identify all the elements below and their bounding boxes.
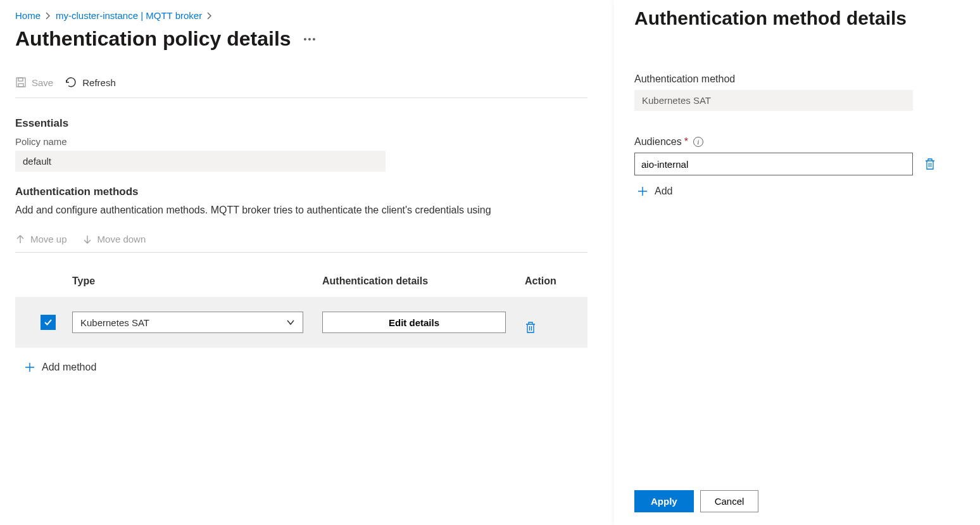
required-indicator: * — [684, 136, 688, 148]
refresh-label: Refresh — [82, 77, 116, 88]
breadcrumb-cluster[interactable]: my-cluster-instance | MQTT broker — [56, 10, 202, 21]
add-audience-button[interactable]: Add — [637, 186, 957, 197]
move-up-label: Move up — [30, 234, 67, 244]
panel-title: Authentication method details — [634, 8, 957, 29]
chevron-right-icon — [46, 12, 51, 20]
info-icon[interactable]: i — [693, 137, 703, 147]
auth-method-label: Authentication method — [634, 73, 957, 85]
apply-button[interactable]: Apply — [634, 490, 694, 512]
delete-audience-icon[interactable] — [924, 158, 936, 170]
page-title: Authentication policy details — [15, 27, 291, 51]
row-checkbox[interactable] — [41, 315, 56, 330]
audiences-label: Audiences — [634, 136, 682, 148]
move-up-button[interactable]: Move up — [15, 234, 67, 244]
breadcrumb-home[interactable]: Home — [15, 10, 41, 21]
arrow-up-icon — [15, 234, 25, 244]
policy-name-value: default — [15, 151, 386, 172]
save-label: Save — [32, 77, 53, 88]
edit-details-button[interactable]: Edit details — [322, 312, 506, 333]
add-method-label: Add method — [42, 362, 96, 373]
more-actions-button[interactable]: ••• — [304, 34, 317, 44]
move-down-button[interactable]: Move down — [82, 234, 146, 244]
refresh-icon — [65, 76, 77, 89]
svg-rect-1 — [18, 78, 23, 81]
svg-rect-2 — [18, 84, 23, 87]
move-down-label: Move down — [97, 234, 146, 244]
details-panel: Authentication method details Authentica… — [614, 0, 980, 525]
svg-rect-0 — [16, 78, 25, 87]
table-row: Kubernetes SAT Edit details — [15, 297, 587, 348]
chevron-down-icon — [286, 319, 295, 326]
type-select[interactable]: Kubernetes SAT — [72, 312, 303, 333]
add-audience-label: Add — [655, 186, 672, 197]
plus-icon — [24, 362, 35, 373]
table-header: Type Authentication details Action — [15, 253, 587, 297]
chevron-right-icon — [207, 12, 212, 20]
plus-icon — [637, 186, 648, 197]
column-type: Type — [72, 275, 322, 287]
save-icon — [15, 77, 27, 88]
arrow-down-icon — [82, 234, 92, 244]
audience-input[interactable] — [634, 153, 913, 175]
cancel-button[interactable]: Cancel — [700, 490, 759, 512]
save-button[interactable]: Save — [15, 77, 53, 88]
type-select-value: Kubernetes SAT — [80, 317, 149, 328]
delete-icon[interactable] — [525, 321, 575, 334]
column-details: Authentication details — [322, 275, 525, 287]
auth-method-value: Kubernetes SAT — [634, 90, 913, 111]
column-action: Action — [525, 275, 575, 287]
refresh-button[interactable]: Refresh — [65, 76, 116, 89]
